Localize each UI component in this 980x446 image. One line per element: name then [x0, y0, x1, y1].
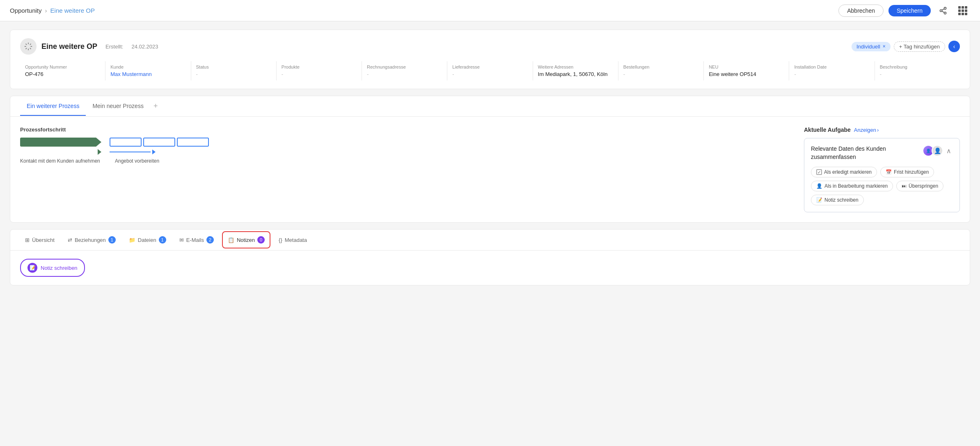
step1-bar-filled — [20, 138, 96, 147]
breadcrumb-current[interactable]: Eine weitere OP — [50, 7, 95, 14]
record-icon — [20, 38, 37, 55]
process-left: Prozessfortschritt — [20, 126, 791, 212]
field-value-lieferadresse: - — [452, 71, 527, 77]
field-value-neu: Eine weitere OP514 — [709, 71, 784, 77]
record-created-prefix: Erstellt: — [105, 44, 123, 50]
notiz-schreiben-label: Notiz schreiben — [41, 265, 78, 271]
notiz-schreiben-icon: 📝 — [27, 263, 37, 273]
bottom-tabs-row: ⊞ Übersicht ⇄ Beziehungen 1 📁 Dateien 1 … — [10, 230, 970, 251]
tag-individuell-label: Individuell — [856, 44, 880, 50]
record-header: Eine weitere OP Erstellt: 24.02.2023 Ind… — [10, 30, 970, 89]
field-label-produkte: Produkte — [282, 64, 357, 69]
expand-aufgabe-button[interactable]: ∧ — [945, 147, 953, 155]
svg-point-0 — [944, 7, 946, 9]
field-status: Status - — [191, 61, 277, 80]
record-title-row: Eine weitere OP Erstellt: 24.02.2023 Ind… — [20, 38, 960, 55]
field-lieferadresse: Lieferadresse - — [447, 61, 533, 80]
field-label-status: Status — [196, 64, 271, 69]
grid-menu-button[interactable] — [955, 3, 970, 18]
ubersicht-icon: ⊞ — [25, 237, 30, 243]
check-icon: ✓ — [816, 169, 822, 175]
add-tag-button[interactable]: + Tag hinzufügen — [894, 41, 945, 52]
tab-add-button[interactable]: + — [150, 96, 161, 116]
record-title-left: Eine weitere OP Erstellt: 24.02.2023 — [20, 38, 158, 55]
bottom-tab-notizen[interactable]: 📋 Notizen 0 — [223, 232, 270, 248]
step1-label: Kontakt mit dem Kunden aufnehmen — [20, 158, 108, 164]
field-value-produkte: - — [282, 71, 357, 77]
aufgabe-actions: ✓ Als erledigt markieren 📅 Frist hinzufü… — [811, 167, 953, 205]
step-labels-row: Kontakt mit dem Kunden aufnehmen Angebot… — [20, 158, 791, 164]
step1-bottom-arrow — [98, 149, 101, 155]
bottom-tab-dateien[interactable]: 📁 Dateien 1 — [124, 230, 171, 249]
process-tabs-row: Ein weiterer Prozess Mein neuer Prozess … — [10, 96, 970, 117]
field-neu: NEU Eine weitere OP514 — [704, 61, 789, 80]
cancel-button[interactable]: Abbrechen — [838, 5, 884, 17]
share-icon — [939, 7, 947, 15]
emails-icon: ✉ — [179, 237, 184, 243]
field-label-beschreibung: Beschreibung — [880, 64, 955, 69]
field-installation-date: Installation Date - — [789, 61, 875, 80]
bottom-tab-beziehungen[interactable]: ⇄ Beziehungen 1 — [63, 230, 121, 249]
bottom-tab-ubersicht[interactable]: ⊞ Übersicht — [20, 231, 60, 249]
aufgabe-header: Aktuelle Aufgabe Anzeigen › — [804, 126, 960, 133]
save-button[interactable]: Speichern — [888, 5, 931, 16]
notizen-tab-wrapper: 📋 Notizen 0 — [222, 231, 270, 248]
field-value-bestellungen: - — [623, 71, 698, 77]
top-nav: Opportunity › Eine weitere OP Abbrechen … — [0, 0, 980, 21]
avatar-placeholder: 👤 — [932, 145, 943, 156]
record-created-date: 24.02.2023 — [131, 44, 158, 50]
note-icon: 📝 — [816, 197, 822, 203]
prozessfortschritt-label: Prozessfortschritt — [20, 126, 791, 133]
field-label-kunde: Kunde — [110, 64, 185, 69]
progress-visualization — [20, 138, 791, 147]
svg-point-2 — [944, 12, 946, 14]
bottom-section: ⊞ Übersicht ⇄ Beziehungen 1 📁 Dateien 1 … — [10, 229, 970, 285]
field-value-rechnungsadresse: - — [367, 71, 442, 77]
field-label-installation-date: Installation Date — [794, 64, 869, 69]
aufgabe-anzeigen-link[interactable]: Anzeigen › — [854, 127, 879, 133]
dateien-icon: 📁 — [129, 237, 135, 243]
person-icon: 👤 — [816, 183, 822, 189]
breadcrumb-separator: › — [45, 7, 47, 14]
aufgabe-card-header: Relevante Daten des Kunden zusammenfasse… — [811, 145, 953, 161]
field-opportunity-nummer: Opportunity Nummer OP-476 — [20, 61, 105, 80]
notizen-icon: 📋 — [228, 237, 234, 243]
metadata-icon: {} — [279, 237, 282, 243]
action-frist-hinzufuegen-button[interactable]: 📅 Frist hinzufügen — [880, 167, 934, 177]
collapse-button[interactable]: ‹ — [948, 41, 960, 52]
badge-beziehungen: 1 — [108, 236, 116, 244]
grid-menu-icon — [958, 6, 967, 15]
aufgabe-title: Aktuelle Aufgabe — [804, 126, 851, 133]
field-value-opportunity-nummer: OP-476 — [25, 71, 100, 77]
tab-mein-neuer-prozess[interactable]: Mein neuer Prozess — [86, 97, 150, 116]
process-card: Ein weiterer Prozess Mein neuer Prozess … — [10, 96, 970, 223]
field-label-rechnungsadresse: Rechnungsadresse — [367, 64, 442, 69]
bottom-content: 📝 Notiz schreiben — [10, 251, 970, 285]
process-right: Aktuelle Aufgabe Anzeigen › Relevante Da… — [804, 126, 960, 212]
field-weitere-adressen: Weitere Adressen Im Mediapark, 1, 50670,… — [533, 61, 618, 80]
main-content: Eine weitere OP Erstellt: 24.02.2023 Ind… — [0, 21, 980, 294]
step4-bar — [177, 138, 209, 147]
breadcrumb-root: Opportunity — [10, 7, 42, 14]
badge-dateien: 1 — [159, 236, 166, 244]
field-label-weitere-adressen: Weitere Adressen — [538, 64, 613, 69]
action-in-bearbeitung-button[interactable]: 👤 Als in Bearbeitung markieren — [811, 181, 893, 191]
action-als-erledigt-button[interactable]: ✓ Als erledigt markieren — [811, 167, 877, 177]
action-notiz-schreiben-aufgabe-button[interactable]: 📝 Notiz schreiben — [811, 195, 864, 205]
share-button[interactable] — [936, 3, 950, 18]
step1-arrow — [96, 138, 101, 147]
notiz-schreiben-button[interactable]: 📝 Notiz schreiben — [20, 259, 85, 277]
tag-individuell-remove[interactable]: × — [883, 44, 886, 49]
field-value-status: - — [196, 71, 271, 77]
field-value-installation-date: - — [794, 71, 869, 77]
tag-individuell: Individuell × — [852, 42, 891, 51]
bottom-tab-emails[interactable]: ✉ E-Mails 2 — [174, 230, 219, 249]
step2-bar — [110, 138, 142, 147]
tab-ein-weiterer-prozess[interactable]: Ein weiterer Prozess — [20, 97, 86, 116]
record-type-icon — [24, 42, 33, 51]
fields-row: Opportunity Nummer OP-476 Kunde Max Must… — [20, 61, 960, 80]
action-uberspringen-button[interactable]: ⏭ Überspringen — [896, 181, 943, 191]
field-value-kunde[interactable]: Max Mustermann — [110, 71, 185, 77]
field-produkte: Produkte - — [277, 61, 362, 80]
bottom-tab-metadata[interactable]: {} Metadata — [274, 231, 312, 249]
